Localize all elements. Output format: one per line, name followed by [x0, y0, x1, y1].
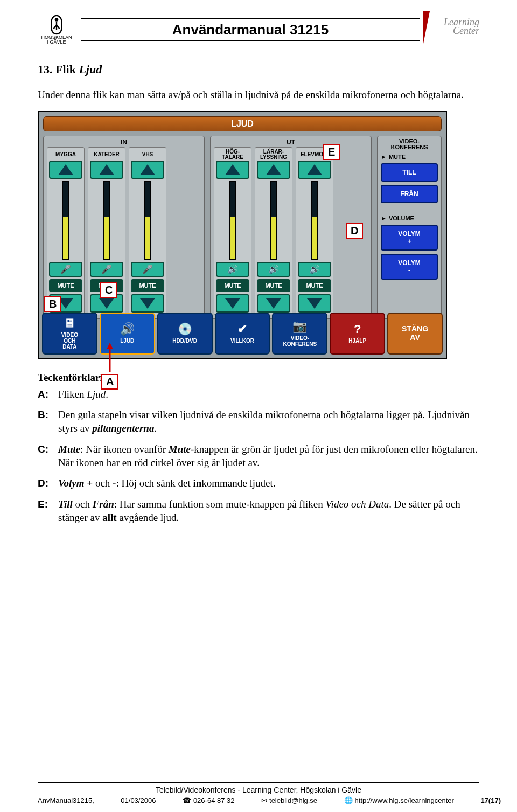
bottom-tabbar: 🖥VIDEO OCH DATA🔊LJUD💿HDD/DVD✔VILLKOR📷VID…	[42, 313, 443, 355]
footer-email: ✉ telebild@hig.se	[261, 796, 317, 804]
footer-date: 01/03/2006	[121, 796, 156, 804]
mute-button[interactable]: MUTE	[49, 279, 82, 292]
section-heading: 13. Flik Ljud	[38, 63, 479, 77]
group-in: IN MYGGA🎤MUTEKATEDER🎤MUTEVHS🎤MUTE	[43, 136, 205, 319]
legend-text: Till och Från: Har samma funktion som mu…	[58, 498, 479, 524]
channel-elevmon.: ELEVMON.🔊MUTE	[296, 147, 333, 315]
level-track	[311, 181, 318, 260]
mail-icon: ✉	[261, 796, 267, 804]
vk-label-2: KONFERENS	[390, 144, 428, 150]
volume-up-button[interactable]	[49, 161, 82, 179]
volym-plus-button[interactable]: VOLYM +	[381, 225, 438, 251]
channel-label: VHS	[142, 149, 153, 161]
intro-paragraph: Under denna flik kan man sätta av/på och…	[38, 88, 479, 101]
volume-up-button[interactable]	[298, 161, 331, 179]
callout-C: C	[100, 282, 117, 298]
group-in-label: IN	[47, 138, 201, 146]
level-bar	[104, 217, 109, 259]
phone-icon: ☎	[183, 796, 191, 804]
mute-button[interactable]: MUTE	[298, 279, 331, 292]
group-videokonferens: VIDEO- KONFERENS ► MUTE TILL FRÅN ► VOLU…	[377, 136, 442, 319]
volume-label: ► VOLUME	[381, 215, 438, 221]
header-rule: Användarmanual 31215	[81, 18, 420, 41]
callout-A: A	[101, 374, 118, 390]
tab-label: VIDEO OCH DATA	[61, 332, 78, 350]
mute-button[interactable]: MUTE	[131, 279, 164, 292]
tab-label: HDD/DVD	[172, 338, 197, 344]
level-bar	[271, 217, 276, 259]
fran-button[interactable]: FRÅN	[381, 185, 438, 203]
till-button[interactable]: TILL	[381, 163, 438, 182]
volume-down-button[interactable]	[298, 294, 331, 313]
channel-label: KATEDER	[94, 149, 120, 161]
legend-key: D:	[38, 477, 53, 490]
channel-label: HÖG- TALARE	[222, 149, 243, 161]
tab-label: VILLKOR	[230, 338, 254, 344]
volume-up-button[interactable]	[90, 161, 123, 179]
footer-phone: ☎ 026-64 87 32	[183, 796, 235, 804]
volume-down-button[interactable]	[216, 294, 249, 313]
logo-hogskolan: HÖGSKOLAN I GÄVLE	[38, 11, 75, 48]
channel-label: LÄRAR- LYSSNING	[260, 149, 287, 161]
callout-B: B	[44, 296, 61, 312]
legend-key: E:	[38, 498, 53, 524]
mute-button[interactable]: MUTE	[216, 279, 249, 292]
tab-video[interactable]: 🖥VIDEO OCH DATA	[42, 313, 97, 355]
legend-text: Volym + och -: Höj och sänk det inkomman…	[58, 477, 479, 490]
channel-vhs: VHS🎤MUTE	[129, 147, 166, 315]
legend-key: B:	[38, 408, 53, 435]
svg-point-0	[55, 18, 59, 22]
tab-video-[interactable]: 📷VIDEO- KONFERENS	[272, 313, 327, 355]
vk-mute-label: ► MUTE	[381, 154, 438, 160]
level-track	[144, 181, 151, 260]
callout-E: E	[323, 144, 340, 160]
legend-key: C:	[38, 443, 53, 469]
channel-label: MYGGA	[55, 149, 76, 161]
camera-icon: 📷	[292, 320, 307, 333]
speaker-state-icon: 🔊	[257, 262, 290, 277]
legend-row-E: E:Till och Från: Har samma funktion som …	[38, 498, 479, 524]
tab-label: STÄNG AV	[402, 325, 428, 342]
legend-row-B: B:Den gula stapeln visar vilken ljudnivå…	[38, 408, 479, 435]
legend-text: Mute: När ikonen ovanför Mute-knappen är…	[58, 443, 479, 469]
tab-hdd/dvd[interactable]: 💿HDD/DVD	[157, 313, 213, 355]
speaker-state-icon: 🔊	[298, 262, 331, 277]
volym-minus-button[interactable]: VOLYM -	[381, 254, 438, 280]
level-bar	[145, 217, 150, 259]
mute-button[interactable]: MUTE	[257, 279, 290, 292]
volume-up-button[interactable]	[216, 161, 249, 179]
volume-up-button[interactable]	[131, 161, 164, 179]
legend-text: Den gula stapeln visar vilken ljudnivå d…	[58, 408, 479, 435]
level-track	[62, 181, 69, 260]
level-bar	[63, 217, 68, 259]
level-track	[103, 181, 110, 260]
legend-key: A:	[38, 388, 53, 401]
level-track	[270, 181, 277, 260]
logo-text-2: I GÄVLE	[47, 40, 66, 45]
footer-url: 🌐 http://www.hig.se/learningcenter	[344, 796, 454, 804]
volume-down-button[interactable]	[131, 294, 164, 313]
display-icon: 🖥	[64, 317, 75, 330]
tab-stäng[interactable]: STÄNG AV	[387, 313, 443, 355]
page-header: HÖGSKOLAN I GÄVLE Användarmanual 31215 L…	[38, 11, 479, 48]
volume-down-button[interactable]	[257, 294, 290, 313]
level-bar	[230, 217, 235, 259]
hig-logo-icon	[46, 15, 67, 35]
legend-row-D: D:Volym + och -: Höj och sänk det inkomm…	[38, 477, 479, 490]
volume-up-button[interactable]	[257, 161, 290, 179]
svg-marker-2	[107, 343, 113, 349]
ljud-panel: LJUD IN MYGGA🎤MUTEKATEDER🎤MUTEVHS🎤MUTE U…	[38, 111, 447, 359]
mic-state-icon: 🎤	[90, 262, 123, 277]
channel-lärar--lyssning: LÄRAR- LYSSNING🔊MUTE	[255, 147, 292, 315]
panel-title: LJUD	[43, 116, 442, 131]
document-title: Användarmanual 31215	[172, 22, 329, 38]
level-track	[229, 181, 236, 260]
screenshot-area: LJUD IN MYGGA🎤MUTEKATEDER🎤MUTEVHS🎤MUTE U…	[38, 111, 447, 359]
legend-row-C: C:Mute: När ikonen ovanför Mute-knappen …	[38, 443, 479, 469]
speaker-state-icon: 🔊	[216, 262, 249, 277]
tab-villkor[interactable]: ✔VILLKOR	[215, 313, 270, 355]
footer-doc: AnvManual31215,	[38, 796, 94, 804]
tab-hjälp[interactable]: ?HJÄLP	[330, 313, 385, 355]
speaker-icon: 🔊	[120, 323, 135, 336]
tab-label: LJUD	[120, 338, 134, 344]
